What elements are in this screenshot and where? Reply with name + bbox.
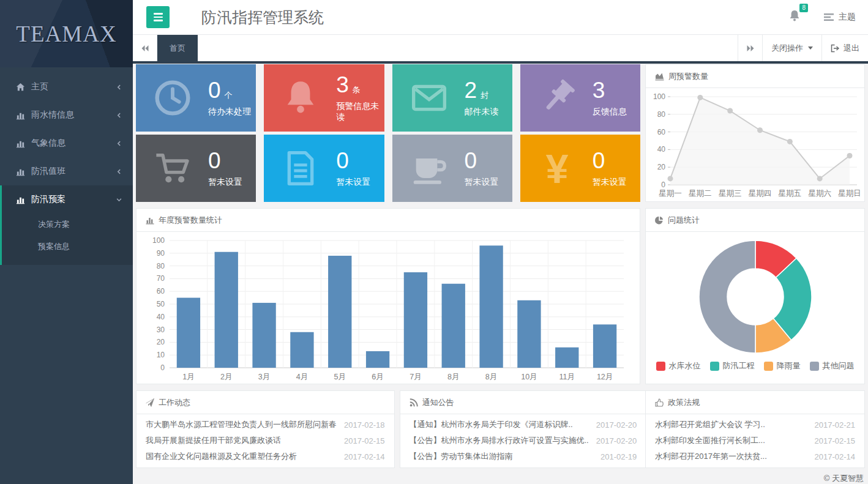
sidebar-item-rainwater[interactable]: 雨水情信息 xyxy=(0,101,133,129)
stat-label: 暂未设置 xyxy=(593,177,627,188)
svg-text:11月: 11月 xyxy=(559,373,575,381)
close-operations-label: 关闭操作 xyxy=(771,43,803,54)
stat-value: 3 xyxy=(593,78,605,103)
stat-card-unset-2[interactable]: 0 暂未设置 xyxy=(264,135,384,202)
stat-card-feedback[interactable]: 3 反馈信息 xyxy=(520,64,640,132)
legend-item[interactable]: 水库水位 xyxy=(656,360,701,371)
stat-card-unset-4[interactable]: ¥ 0 暂未设置 xyxy=(520,135,640,202)
news-date: 2017-02-15 xyxy=(344,436,385,445)
svg-text:6月: 6月 xyxy=(372,373,383,381)
theme-switcher[interactable]: 主题 xyxy=(824,12,856,23)
stat-unit: 条 xyxy=(353,85,361,94)
legend-swatch xyxy=(656,362,665,371)
hamburger-menu-button[interactable] xyxy=(146,6,170,28)
stat-value: 0 xyxy=(208,78,221,103)
issue-donut-chart xyxy=(695,237,815,357)
legend-item[interactable]: 其他问题 xyxy=(810,360,855,371)
cart-icon xyxy=(153,149,192,188)
theme-list-icon xyxy=(824,13,834,21)
svg-text:星期六: 星期六 xyxy=(808,189,831,198)
panel-header: 年度预警数量统计 xyxy=(137,209,640,232)
tabs-scroll-left-button[interactable] xyxy=(133,35,157,61)
panel-notices: 通知公告 【通知】杭州市水务局关于印发《河道标识牌.. 2017-02-20 【… xyxy=(400,390,647,468)
legend-item[interactable]: 降雨量 xyxy=(764,360,801,371)
chevron-left-icon xyxy=(116,84,122,90)
notification-badge: 8 xyxy=(799,4,808,12)
stat-value: 2 xyxy=(465,78,477,103)
stat-label: 邮件未读 xyxy=(465,106,499,117)
panel-policies: 政策法规 水利部召开党组扩大会议 学习.. 2017-02-21 水利部印发全面… xyxy=(645,390,865,468)
sidebar-item-label: 防汛值班 xyxy=(31,166,116,177)
sidebar-item-duty[interactable]: 防汛值班 xyxy=(0,157,133,185)
sidebar-item-home[interactable]: 主页 xyxy=(0,73,133,101)
logout-label: 退出 xyxy=(844,43,859,54)
tab-bar: 首页 关闭操作 退出 xyxy=(133,35,868,64)
copyright: © 天夏智慧 xyxy=(645,473,865,484)
stat-value: 0 xyxy=(465,148,477,173)
sidebar-subitem-plan-info[interactable]: 预案信息 xyxy=(2,236,133,258)
notification-bell[interactable]: 8 xyxy=(788,9,801,25)
news-link[interactable]: 我局开展新提拔任用干部党风廉政谈话 xyxy=(146,435,337,446)
sidebar-item-label: 主页 xyxy=(31,81,116,92)
news-link[interactable]: 【公告】劳动节集体出游指南 xyxy=(410,451,593,462)
svg-text:60: 60 xyxy=(657,128,666,136)
list-item: 国有企业文化问题根源及文化重塑任务分析 2017-02-14 xyxy=(137,449,394,464)
stat-cards: 0个 待办未处理 3条 预警信息未读 xyxy=(136,64,640,202)
svg-text:40: 40 xyxy=(157,313,165,321)
svg-text:星期一: 星期一 xyxy=(659,189,682,198)
news-link[interactable]: 水利部召开2017年第一次扶贫... xyxy=(655,451,807,462)
stat-card-unset-3[interactable]: 0 暂未设置 xyxy=(392,135,512,202)
sidebar-item-weather[interactable]: 气象信息 xyxy=(0,129,133,157)
tab-home[interactable]: 首页 xyxy=(157,35,198,61)
left-column: 0个 待办未处理 3条 预警信息未读 xyxy=(136,64,640,484)
news-link[interactable]: 国有企业文化问题根源及文化重塑任务分析 xyxy=(146,451,337,462)
stat-value: 0 xyxy=(336,148,349,173)
news-date: 2017-02-18 xyxy=(344,420,385,430)
tabs-scroll-right-button[interactable] xyxy=(738,35,762,61)
legend-item[interactable]: 防汛工程 xyxy=(710,360,755,371)
header-actions: 8 主题 xyxy=(788,9,868,25)
stat-card-alerts[interactable]: 3条 预警信息未读 xyxy=(264,64,384,132)
svg-text:星期二: 星期二 xyxy=(689,189,712,198)
page-title: 防汛指挥管理系统 xyxy=(201,7,324,28)
panel-title: 工作动态 xyxy=(159,397,190,408)
svg-text:¥: ¥ xyxy=(545,149,568,188)
svg-text:80: 80 xyxy=(657,110,666,119)
news-link[interactable]: 【通知】杭州市水务局关于印发《河道标识牌.. xyxy=(410,419,589,430)
news-date: 2017-02-21 xyxy=(815,420,856,430)
legend-label: 防汛工程 xyxy=(723,360,755,371)
stat-card-todo[interactable]: 0个 待办未处理 xyxy=(136,64,256,132)
gavel-icon xyxy=(537,78,577,117)
sidebar-menu: 主页 雨水情信息 气象信息 防汛值班 防汛预案 xyxy=(0,67,133,265)
list-item: 水利部印发全面推行河长制工... 2017-02-15 xyxy=(646,433,864,449)
list-item: 【通知】杭州市水务局关于印发《河道标识牌.. 2017-02-20 xyxy=(400,417,646,433)
stat-label: 待办未处理 xyxy=(208,106,251,117)
svg-text:10: 10 xyxy=(157,351,165,359)
news-link[interactable]: 水利部召开党组扩大会议 学习.. xyxy=(655,419,807,430)
bar-chart-icon xyxy=(15,195,26,204)
news-link[interactable]: 水利部印发全面推行河长制工... xyxy=(655,435,807,446)
sidebar-subitem-decision[interactable]: 决策方案 xyxy=(2,214,133,236)
sidebar-item-plan[interactable]: 防汛预案 xyxy=(2,185,133,214)
svg-text:80: 80 xyxy=(157,262,165,270)
svg-text:星期三: 星期三 xyxy=(719,189,742,198)
stat-label: 暂未设置 xyxy=(208,177,242,188)
top-header: 防汛指挥管理系统 8 主题 xyxy=(133,0,868,35)
stat-label: 暂未设置 xyxy=(336,177,370,188)
close-operations-dropdown[interactable]: 关闭操作 xyxy=(762,35,821,61)
logout-button[interactable]: 退出 xyxy=(821,35,868,61)
sign-out-icon xyxy=(831,44,840,53)
news-link[interactable]: 【公告】杭州市水务局排水行政许可设置与实施优.. xyxy=(410,435,589,446)
bar-chart-icon xyxy=(146,216,154,225)
news-date: 2017-02-15 xyxy=(815,436,856,445)
panel-header: 通知公告 xyxy=(400,391,646,414)
yearly-bar-chart: 01020304050607080901001月2月3月4月5月6月7月8月8月… xyxy=(144,236,631,384)
bell-icon xyxy=(788,9,801,23)
stat-unit: 个 xyxy=(225,91,233,100)
stat-card-mail[interactable]: 2封 邮件未读 xyxy=(392,64,512,132)
svg-text:100: 100 xyxy=(653,92,665,101)
stat-card-unset-1[interactable]: 0 暂未设置 xyxy=(136,135,256,202)
legend-swatch xyxy=(710,362,719,371)
rss-icon xyxy=(410,398,418,407)
news-link[interactable]: 市大鹏半岛水源工程管理处负责人到一线部所慰问新春 xyxy=(146,419,337,430)
